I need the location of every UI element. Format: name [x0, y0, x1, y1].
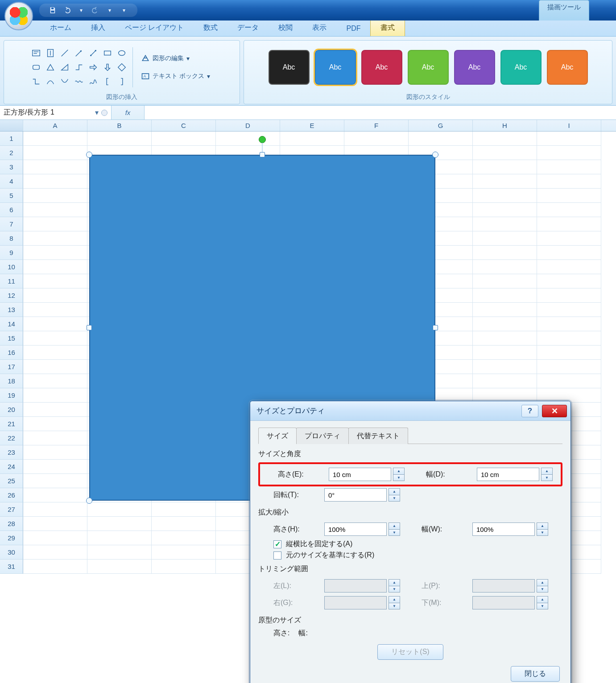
- cell[interactable]: [537, 317, 601, 331]
- cell[interactable]: [537, 288, 601, 303]
- row-header[interactable]: 23: [0, 445, 23, 460]
- cell[interactable]: [473, 288, 537, 303]
- redo-icon[interactable]: [90, 5, 101, 16]
- cell[interactable]: [152, 531, 216, 545]
- cell[interactable]: [473, 360, 537, 374]
- cell[interactable]: [537, 246, 601, 260]
- row-header[interactable]: 13: [0, 303, 23, 317]
- row-header[interactable]: 21: [0, 417, 23, 431]
- col-header[interactable]: E: [280, 120, 344, 131]
- resize-handle-r[interactable]: [433, 325, 438, 330]
- cell[interactable]: [537, 360, 601, 374]
- tab-formulas[interactable]: 数式: [194, 20, 227, 36]
- cell[interactable]: [23, 417, 87, 431]
- col-header[interactable]: H: [473, 120, 537, 131]
- cell[interactable]: [344, 132, 409, 146]
- col-header[interactable]: D: [216, 120, 280, 131]
- cell[interactable]: [473, 174, 537, 189]
- resize-handle-l[interactable]: [87, 325, 92, 330]
- resize-handle-tr[interactable]: [432, 152, 438, 158]
- cell[interactable]: [23, 146, 87, 160]
- shape-right-triangle-icon[interactable]: [58, 61, 71, 74]
- row-header[interactable]: 25: [0, 474, 23, 488]
- cell[interactable]: [537, 132, 601, 146]
- shape-line-icon[interactable]: [58, 47, 71, 59]
- cell[interactable]: [23, 217, 87, 231]
- col-header[interactable]: F: [344, 120, 409, 131]
- shape-style-swatch[interactable]: Abc: [454, 50, 495, 85]
- row-header[interactable]: 6: [0, 203, 23, 217]
- dialog-tab-property[interactable]: プロパティ: [296, 428, 349, 444]
- dialog-close-button[interactable]: ✕: [542, 405, 567, 417]
- tab-review[interactable]: 校閲: [269, 20, 302, 36]
- input-width-d[interactable]: [477, 468, 539, 481]
- shape-style-swatch[interactable]: Abc: [315, 50, 356, 85]
- qat-customize-dropdown-icon[interactable]: ▾: [119, 5, 129, 16]
- cell[interactable]: [473, 331, 537, 346]
- cell[interactable]: [23, 246, 87, 260]
- shape-connector-icon[interactable]: [30, 75, 42, 88]
- fx-label[interactable]: fx: [112, 106, 145, 119]
- cell[interactable]: [87, 531, 152, 545]
- checkbox-lock-aspect[interactable]: ✓: [273, 540, 281, 548]
- cell[interactable]: [23, 531, 87, 545]
- cell[interactable]: [537, 146, 601, 160]
- cell[interactable]: [23, 474, 87, 488]
- undo-icon[interactable]: [62, 5, 72, 16]
- cell[interactable]: [152, 132, 216, 146]
- resize-handle-tl[interactable]: [86, 152, 92, 158]
- shape-freeform-icon[interactable]: [87, 75, 99, 88]
- shape-rect-icon[interactable]: [101, 47, 114, 59]
- text-box-button[interactable]: A テキスト ボックス▾: [137, 70, 214, 83]
- shape-textbox-vert-icon[interactable]: [44, 47, 57, 59]
- cell[interactable]: [23, 132, 87, 146]
- dialog-title-bar[interactable]: サイズとプロパティ ? ✕: [250, 401, 571, 421]
- spinner-width-w[interactable]: ▲▼: [537, 523, 548, 536]
- cell[interactable]: [473, 303, 537, 317]
- shape-oval-icon[interactable]: [116, 47, 128, 59]
- shape-textbox-icon[interactable]: [30, 47, 42, 59]
- cell[interactable]: [473, 203, 537, 217]
- row-header[interactable]: 29: [0, 531, 23, 545]
- row-header[interactable]: 22: [0, 431, 23, 445]
- tab-insert[interactable]: 挿入: [81, 20, 115, 36]
- col-header[interactable]: A: [23, 120, 87, 131]
- cell[interactable]: [87, 545, 152, 560]
- cell[interactable]: [23, 445, 87, 460]
- cell[interactable]: [537, 174, 601, 189]
- cell[interactable]: [537, 260, 601, 274]
- spinner-height-e[interactable]: ▲▼: [393, 468, 405, 481]
- name-box-resize-handle[interactable]: [101, 110, 107, 116]
- shape-style-gallery[interactable]: AbcAbcAbcAbcAbcAbcAbc: [266, 43, 591, 91]
- row-header[interactable]: 10: [0, 260, 23, 274]
- row-header[interactable]: 5: [0, 189, 23, 203]
- formula-input[interactable]: [145, 106, 616, 119]
- row-header[interactable]: 16: [0, 346, 23, 360]
- cell[interactable]: [152, 517, 216, 531]
- cell[interactable]: [87, 132, 152, 146]
- shape-down-arrow-icon[interactable]: [101, 61, 114, 74]
- cell[interactable]: [473, 246, 537, 260]
- row-header[interactable]: 26: [0, 488, 23, 502]
- cell[interactable]: [537, 331, 601, 346]
- close-button[interactable]: 閉じる: [511, 666, 560, 682]
- cell[interactable]: [537, 274, 601, 288]
- cell[interactable]: [23, 517, 87, 531]
- cell[interactable]: [23, 560, 87, 574]
- undo-dropdown-icon[interactable]: ▾: [76, 5, 87, 16]
- cell[interactable]: [23, 231, 87, 246]
- cell[interactable]: [87, 517, 152, 531]
- save-icon[interactable]: [47, 5, 58, 16]
- shape-gallery[interactable]: [30, 47, 128, 88]
- cell[interactable]: [23, 502, 87, 517]
- row-header[interactable]: 31: [0, 560, 23, 574]
- cell[interactable]: [23, 346, 87, 360]
- row-header[interactable]: 1: [0, 132, 23, 146]
- rotation-handle[interactable]: [259, 136, 266, 143]
- row-header[interactable]: 19: [0, 388, 23, 403]
- cell[interactable]: [473, 217, 537, 231]
- cell[interactable]: [473, 189, 537, 203]
- cell[interactable]: [473, 132, 537, 146]
- cell[interactable]: [23, 460, 87, 474]
- row-header[interactable]: 3: [0, 160, 23, 174]
